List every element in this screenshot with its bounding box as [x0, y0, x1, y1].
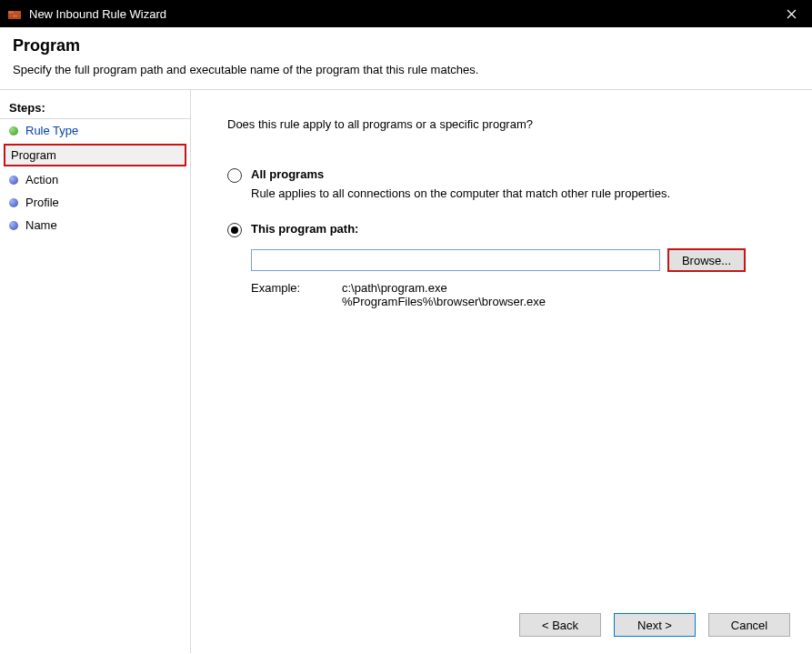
- step-action[interactable]: Action: [0, 168, 190, 191]
- example-label: Example:: [251, 281, 315, 308]
- option-label: This program path:: [251, 222, 358, 236]
- example-line-2: %ProgramFiles%\browser\browser.exe: [342, 295, 546, 308]
- example-block: Example: c:\path\program.exe %ProgramFil…: [251, 281, 785, 308]
- step-label: Profile: [25, 196, 59, 209]
- titlebar: New Inbound Rule Wizard: [0, 0, 812, 27]
- step-bullet-icon: [9, 126, 18, 136]
- window-title: New Inbound Rule Wizard: [29, 7, 166, 21]
- example-line-1: c:\path\program.exe: [342, 281, 546, 295]
- step-bullet-icon: [9, 221, 18, 230]
- next-button[interactable]: Next >: [614, 613, 696, 637]
- option-label: All programs: [251, 167, 324, 181]
- steps-sidebar: Steps: Rule Type Program Action Profile …: [0, 90, 191, 653]
- browse-button[interactable]: Browse...: [667, 248, 746, 272]
- svg-rect-2: [15, 11, 21, 14]
- step-label: Action: [25, 173, 58, 186]
- close-button[interactable]: [771, 0, 812, 27]
- question-text: Does this rule apply to all programs or …: [227, 117, 785, 131]
- steps-heading: Steps:: [0, 97, 190, 119]
- svg-rect-1: [8, 11, 14, 14]
- step-bullet-icon: [9, 176, 18, 185]
- step-label: Program: [11, 148, 56, 162]
- svg-rect-5: [18, 15, 21, 17]
- svg-rect-3: [8, 15, 12, 17]
- cancel-button[interactable]: Cancel: [708, 613, 790, 637]
- option-all-desc: Rule applies to all connections on the c…: [251, 186, 785, 200]
- step-profile[interactable]: Profile: [0, 191, 190, 214]
- wizard-buttons: < Back Next > Cancel: [519, 613, 790, 637]
- radio-icon[interactable]: [227, 223, 242, 237]
- page-title: Program: [13, 36, 799, 55]
- page-subtitle: Specify the full program path and execut…: [13, 63, 799, 76]
- step-bullet-icon: [9, 198, 18, 207]
- step-label: Name: [25, 218, 57, 232]
- step-rule-type[interactable]: Rule Type: [0, 119, 190, 142]
- main-panel: Does this rule apply to all programs or …: [191, 90, 812, 653]
- page-header: Program Specify the full program path an…: [0, 27, 812, 90]
- step-name[interactable]: Name: [0, 214, 190, 236]
- step-label: Rule Type: [25, 124, 78, 137]
- option-all-programs[interactable]: All programs: [227, 167, 785, 183]
- svg-rect-4: [13, 15, 17, 17]
- firewall-icon: [7, 6, 22, 21]
- step-program[interactable]: Program: [4, 144, 186, 166]
- back-button[interactable]: < Back: [519, 613, 601, 637]
- option-this-program-path[interactable]: This program path:: [227, 222, 785, 237]
- radio-icon[interactable]: [227, 168, 242, 183]
- program-path-input[interactable]: [251, 249, 660, 271]
